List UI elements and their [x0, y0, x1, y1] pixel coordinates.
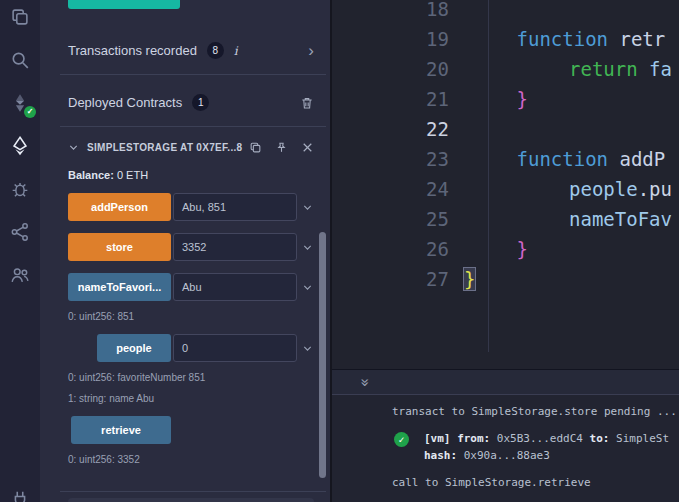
workspaces-icon[interactable] [9, 6, 31, 28]
deploy-run-panel: Transactions recorded 8 i › Deployed Con… [40, 0, 330, 502]
line-number: 24 [332, 174, 449, 204]
debugger-icon[interactable] [9, 178, 31, 200]
line-number: 21 [332, 84, 449, 114]
balance-label: Balance: [68, 169, 114, 181]
code-text: nameToFav [449, 204, 679, 234]
code-token: return [569, 58, 649, 80]
remix-ide-window: ✓ Transactions recorded 8 i › Deployed C… [0, 0, 679, 502]
search-icon[interactable] [9, 49, 31, 71]
close-icon[interactable] [301, 141, 314, 154]
contract-fn-button-retrieve[interactable]: retrieve [71, 416, 171, 444]
fn-input-people[interactable]: 0 [173, 334, 297, 362]
code-token: function [517, 28, 620, 50]
pin-icon[interactable] [275, 141, 288, 154]
transactions-recorded-label: Transactions recorded [68, 43, 197, 58]
terminal-token: from: [457, 432, 490, 445]
fn-input-store[interactable]: 3352 [173, 233, 297, 261]
success-check-icon: ✓ [394, 432, 409, 447]
people-icon[interactable] [9, 264, 31, 286]
terminal-token: 0x5B3...eddC4 [490, 432, 589, 445]
code-token: } [464, 268, 475, 290]
balance-row: Balance: 0 ETH [68, 169, 314, 181]
vm-transaction-log[interactable]: ✓ [vm] from: 0x5B3...eddC4 to: SimpleSt … [392, 430, 673, 464]
code-line: 20return fa [332, 54, 679, 84]
collapse-chevron-icon[interactable] [68, 142, 79, 153]
chevron-right-icon[interactable]: › [308, 42, 314, 59]
code-line: 25nameToFav [332, 204, 679, 234]
copy-icon[interactable] [249, 141, 262, 154]
code-text: } [449, 84, 679, 114]
terminal-token: to: [590, 432, 610, 445]
contract-card-header: SIMPLESTORAGE AT 0X7EF...8 [68, 141, 314, 154]
info-icon[interactable]: i [234, 44, 238, 58]
fn-input-addperson[interactable]: Abu, 851 [173, 193, 297, 221]
compiler-success-badge-icon: ✓ [24, 106, 36, 118]
line-number: 20 [332, 54, 449, 84]
code-lines: 1819function retr20return fa21}2223funct… [332, 0, 679, 294]
trash-icon[interactable] [300, 96, 314, 110]
contract-fn-button-people[interactable]: people [97, 334, 171, 362]
tx-hash-line: hash: 0x90a...88ae3 [424, 447, 669, 464]
terminal-token: 0x90a...88ae3 [457, 449, 550, 462]
contract-fn-button-addperson[interactable]: addPerson [68, 193, 171, 221]
fn-input-nametofavori[interactable]: Abu [173, 273, 297, 301]
code-text: } [449, 234, 679, 264]
fn-return-value: 0: uint256: favoriteNumber 851 [68, 372, 314, 383]
at-address-button[interactable] [68, 0, 180, 9]
deployed-contracts-header: Deployed Contracts 1 [68, 94, 314, 111]
deployed-contracts-label: Deployed Contracts [68, 95, 182, 110]
plugin-manager-icon[interactable] [9, 221, 31, 243]
line-number: 23 [332, 144, 449, 174]
line-number: 22 [332, 114, 449, 144]
code-line: 18 [332, 0, 679, 24]
next-card-fragment [68, 498, 314, 502]
balance-value: 0 ETH [117, 169, 148, 181]
chevron-down-icon[interactable] [302, 343, 314, 354]
contract-fn-row: addPersonAbu, 851 [68, 193, 314, 221]
pending-transaction-log: transact to SimpleStorage.store pending … [392, 403, 673, 420]
code-line: 27} [332, 264, 679, 294]
terminal: » transact to SimpleStorage.store pendin… [332, 369, 679, 502]
code-token: } [517, 88, 528, 110]
code-line: 24people.pu [332, 174, 679, 204]
main-area: 1819function retr20return fa21}2223funct… [330, 0, 679, 502]
code-editor[interactable]: 1819function retr20return fa21}2223funct… [332, 0, 679, 369]
contract-title: SIMPLESTORAGE AT 0X7EF...8 [87, 142, 242, 153]
vm-from-to-line: [vm] from: 0x5B3...eddC4 to: SimpleSt [424, 430, 669, 447]
terminal-token: hash: [424, 449, 457, 462]
code-text: } [449, 264, 679, 294]
chevron-down-icon[interactable] [302, 242, 314, 253]
code-line: 21} [332, 84, 679, 114]
deploy-run-icon[interactable] [9, 135, 31, 157]
contract-fn-row: store3352 [68, 233, 314, 261]
code-token: function [517, 148, 620, 170]
solidity-compiler-icon[interactable]: ✓ [9, 92, 31, 114]
line-number: 25 [332, 204, 449, 234]
terminal-token: SimpleSt [609, 432, 669, 445]
code-token: nameToFav [569, 208, 672, 230]
code-token: .pu [638, 178, 672, 200]
chevron-down-icon[interactable] [302, 202, 314, 213]
code-line: 23function addP [332, 144, 679, 174]
terminal-expand-icon[interactable]: » [357, 377, 372, 386]
plug-icon[interactable] [9, 490, 31, 502]
code-token: addP [619, 148, 665, 170]
call-log: call to SimpleStorage.retrieve [392, 474, 673, 491]
chevron-down-icon[interactable] [302, 282, 314, 293]
divider [60, 126, 326, 127]
code-line: 22 [332, 114, 679, 144]
transactions-recorded-row[interactable]: Transactions recorded 8 i › [68, 42, 314, 59]
contract-fn-button-store[interactable]: store [68, 233, 171, 261]
contract-fn-row: nameToFavori...Abu [68, 273, 314, 301]
terminal-bar: » [332, 370, 679, 395]
contract-function-list: addPersonAbu, 851store3352nameToFavori..… [68, 193, 314, 465]
code-line: 19function retr [332, 24, 679, 54]
contract-fn-row: people0 [68, 334, 314, 362]
fn-return-value: 0: uint256: 851 [68, 311, 314, 322]
code-token: people [569, 178, 638, 200]
panel-scrollbar[interactable] [319, 232, 326, 478]
code-text [449, 0, 679, 24]
contract-fn-button-nametofavori[interactable]: nameToFavori... [68, 273, 171, 301]
line-number: 18 [332, 0, 449, 24]
line-number: 19 [332, 24, 449, 54]
